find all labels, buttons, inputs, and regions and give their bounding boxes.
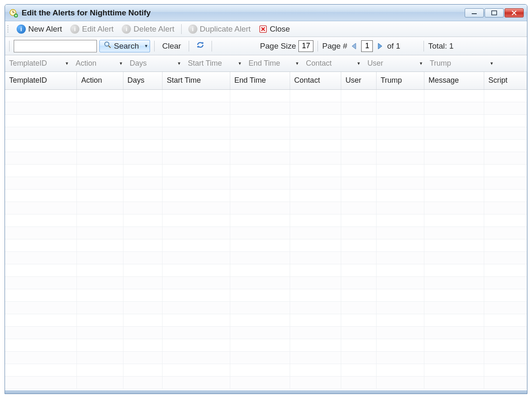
- table-row: [5, 189, 527, 202]
- titlebar[interactable]: Edit the Alerts for Nighttime Notify: [5, 5, 527, 21]
- filter-label: User: [367, 59, 383, 68]
- search-button[interactable]: Search: [99, 40, 143, 52]
- page-size-input[interactable]: [298, 40, 313, 52]
- info-delete-icon: i: [122, 25, 131, 34]
- table-row: [5, 139, 527, 152]
- edit-alert-button[interactable]: i Edit Alert: [67, 24, 117, 34]
- column-days[interactable]: Days: [123, 72, 163, 89]
- toolbar-separator: [181, 24, 182, 34]
- duplicate-alert-button[interactable]: i Duplicate Alert: [185, 24, 254, 34]
- column-trump[interactable]: Trump: [376, 72, 424, 89]
- toolbar: i New Alert i Edit Alert i Delete Alert …: [5, 21, 527, 37]
- filter-trump[interactable]: Trump▼: [426, 55, 496, 71]
- column-action[interactable]: Action: [77, 72, 123, 89]
- filter-action[interactable]: Action▼: [71, 55, 126, 71]
- filter-bar: TemplateID▼Action▼Days▼Start Time▼End Ti…: [5, 55, 527, 72]
- table-row: [5, 326, 527, 339]
- delete-alert-label: Delete Alert: [133, 25, 174, 34]
- header-row: TemplateIDActionDaysStart TimeEnd TimeCo…: [5, 72, 527, 89]
- table-row: [5, 89, 527, 102]
- column-contact[interactable]: Contact: [290, 72, 341, 89]
- duplicate-alert-label: Duplicate Alert: [200, 25, 251, 34]
- column-start-time[interactable]: Start Time: [163, 72, 230, 89]
- minimize-button[interactable]: [465, 8, 484, 17]
- info-duplicate-icon: i: [188, 25, 197, 34]
- filter-start-time[interactable]: Start Time▼: [184, 55, 244, 71]
- filter-label: TemplateID: [9, 59, 47, 68]
- table-row: [5, 276, 527, 289]
- window-title: Edit the Alerts for Nighttime Notify: [22, 8, 465, 17]
- column-message[interactable]: Message: [424, 72, 484, 89]
- chevron-down-icon: ▼: [490, 61, 494, 66]
- grip-icon: [7, 24, 10, 34]
- column-templateid[interactable]: TemplateID: [5, 72, 77, 89]
- close-x-icon: [259, 25, 267, 33]
- filter-label: Trump: [430, 59, 451, 68]
- column-script[interactable]: Script: [484, 72, 527, 89]
- grid: TemplateIDActionDaysStart TimeEnd TimeCo…: [5, 72, 527, 390]
- navbar: Search ▼ Clear Page Size Page #: [5, 37, 527, 55]
- close-alert-button[interactable]: Close: [256, 24, 293, 34]
- table-row: [5, 301, 527, 314]
- column-user[interactable]: User: [341, 72, 376, 89]
- filter-end-time[interactable]: End Time▼: [244, 55, 302, 71]
- maximize-button[interactable]: [485, 8, 504, 17]
- svg-point-13: [105, 42, 109, 46]
- table-row: [5, 214, 527, 227]
- table-row: [5, 339, 527, 351]
- refresh-icon: [196, 40, 205, 52]
- table-row: [5, 289, 527, 301]
- table-row: [5, 127, 527, 139]
- page-num-label: Page #: [322, 42, 347, 51]
- table-row: [5, 164, 527, 177]
- of-pages-label: of 1: [387, 42, 400, 51]
- table-row: [5, 264, 527, 276]
- delete-alert-button[interactable]: i Delete Alert: [118, 24, 177, 34]
- filter-label: Action: [76, 59, 96, 68]
- chevron-down-icon: ▼: [238, 61, 242, 66]
- new-alert-button[interactable]: i New Alert: [13, 24, 65, 34]
- filter-label: Contact: [306, 59, 332, 68]
- page-size-label: Page Size: [260, 42, 296, 51]
- clear-button[interactable]: Clear: [159, 41, 184, 52]
- app-clock-icon: [8, 8, 18, 18]
- page-number-input[interactable]: [361, 40, 373, 52]
- info-plus-icon: i: [17, 25, 26, 34]
- edit-alert-label: Edit Alert: [82, 25, 113, 34]
- search-input[interactable]: [14, 40, 97, 52]
- chevron-down-icon: ▼: [419, 61, 423, 66]
- chevron-down-icon: ▼: [65, 61, 69, 66]
- table-row: [5, 376, 527, 389]
- chevron-down-icon: ▼: [119, 61, 123, 66]
- triangle-right-icon: [377, 42, 383, 50]
- svg-rect-6: [472, 13, 477, 14]
- clear-label: Clear: [162, 42, 181, 51]
- filter-label: Start Time: [188, 59, 222, 68]
- window-bottom-border: [5, 390, 527, 394]
- filter-contact[interactable]: Contact▼: [302, 55, 363, 71]
- column-end-time[interactable]: End Time: [230, 72, 290, 89]
- svg-rect-7: [492, 11, 497, 15]
- chevron-down-icon: ▼: [177, 61, 181, 66]
- search-icon: [104, 41, 111, 51]
- refresh-button[interactable]: [193, 39, 207, 52]
- filter-user[interactable]: User▼: [363, 55, 426, 71]
- chevron-down-icon: ▼: [295, 61, 299, 66]
- table-row: [5, 114, 527, 127]
- next-page-button[interactable]: [375, 41, 384, 52]
- table-row: [5, 177, 527, 189]
- filter-templateid[interactable]: TemplateID▼: [5, 55, 71, 71]
- search-dropdown[interactable]: ▼: [143, 40, 150, 52]
- search-button-label: Search: [114, 42, 139, 51]
- table-row: [5, 364, 527, 376]
- svg-line-14: [108, 46, 111, 48]
- table-row: [5, 152, 527, 164]
- filter-label: Days: [130, 59, 147, 68]
- close-button[interactable]: [505, 8, 524, 17]
- window: Edit the Alerts for Nighttime Notify i N…: [5, 4, 527, 394]
- table-row: [5, 251, 527, 264]
- filter-days[interactable]: Days▼: [126, 55, 184, 71]
- close-label: Close: [270, 25, 290, 34]
- prev-page-button[interactable]: [350, 41, 359, 52]
- svg-marker-15: [202, 42, 204, 44]
